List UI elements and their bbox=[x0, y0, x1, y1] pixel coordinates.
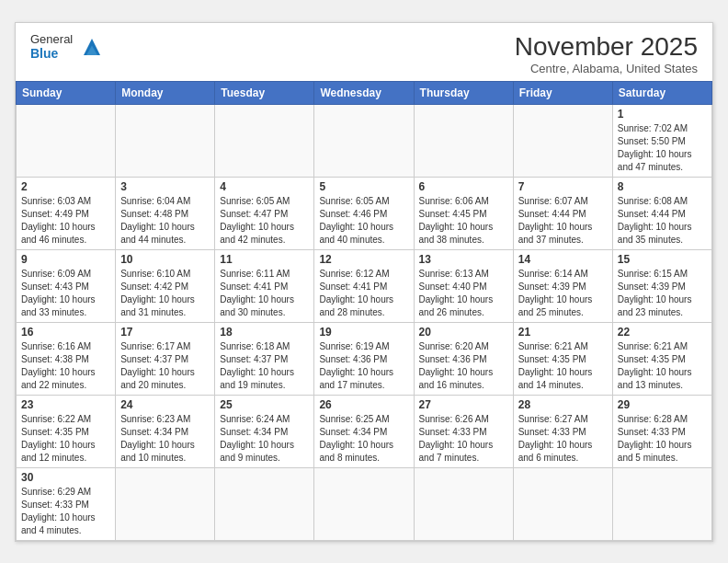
weekday-header-row: SundayMondayTuesdayWednesdayThursdayFrid… bbox=[17, 81, 712, 104]
day-cell bbox=[17, 104, 116, 177]
day-cell: 6Sunrise: 6:06 AMSunset: 4:45 PMDaylight… bbox=[414, 177, 513, 249]
day-cell: 22Sunrise: 6:21 AMSunset: 4:35 PMDayligh… bbox=[612, 322, 711, 395]
day-number: 14 bbox=[518, 253, 608, 266]
day-number: 3 bbox=[120, 180, 210, 193]
day-info: Sunrise: 6:05 AMSunset: 4:47 PMDaylight:… bbox=[220, 195, 309, 247]
day-number: 25 bbox=[220, 398, 309, 411]
day-cell: 13Sunrise: 6:13 AMSunset: 4:40 PMDayligh… bbox=[414, 249, 513, 322]
day-number: 5 bbox=[319, 180, 408, 193]
day-cell bbox=[513, 104, 612, 177]
day-info: Sunrise: 6:06 AMSunset: 4:45 PMDaylight:… bbox=[419, 195, 508, 247]
weekday-sunday: Sunday bbox=[17, 81, 116, 104]
day-cell bbox=[314, 467, 414, 540]
day-info: Sunrise: 7:02 AMSunset: 5:50 PMDaylight:… bbox=[618, 122, 707, 174]
day-cell bbox=[414, 467, 513, 540]
month-title: November 2025 bbox=[515, 32, 698, 62]
day-cell: 3Sunrise: 6:04 AMSunset: 4:48 PMDaylight… bbox=[116, 177, 215, 249]
day-cell: 12Sunrise: 6:12 AMSunset: 4:41 PMDayligh… bbox=[314, 249, 414, 322]
day-info: Sunrise: 6:26 AMSunset: 4:33 PMDaylight:… bbox=[419, 413, 508, 465]
day-info: Sunrise: 6:27 AMSunset: 4:33 PMDaylight:… bbox=[518, 413, 608, 465]
day-cell bbox=[116, 467, 215, 540]
day-info: Sunrise: 6:07 AMSunset: 4:44 PMDaylight:… bbox=[518, 195, 608, 247]
day-number: 19 bbox=[319, 326, 408, 339]
day-cell: 24Sunrise: 6:23 AMSunset: 4:34 PMDayligh… bbox=[116, 395, 215, 467]
week-row-3: 16Sunrise: 6:16 AMSunset: 4:38 PMDayligh… bbox=[17, 322, 712, 395]
day-cell: 8Sunrise: 6:08 AMSunset: 4:44 PMDaylight… bbox=[612, 177, 711, 249]
day-info: Sunrise: 6:10 AMSunset: 4:42 PMDaylight:… bbox=[120, 268, 210, 319]
day-number: 8 bbox=[618, 180, 707, 193]
day-number: 6 bbox=[419, 180, 508, 193]
day-info: Sunrise: 6:13 AMSunset: 4:40 PMDaylight:… bbox=[419, 268, 508, 319]
day-cell bbox=[414, 104, 513, 177]
day-cell bbox=[314, 104, 414, 177]
day-cell: 15Sunrise: 6:15 AMSunset: 4:39 PMDayligh… bbox=[612, 249, 711, 322]
calendar-container: General Blue November 2025 Centre, Alaba… bbox=[15, 22, 713, 542]
day-number: 9 bbox=[21, 253, 110, 266]
day-number: 24 bbox=[120, 398, 210, 411]
day-info: Sunrise: 6:19 AMSunset: 4:36 PMDaylight:… bbox=[319, 340, 408, 392]
day-cell: 7Sunrise: 6:07 AMSunset: 4:44 PMDaylight… bbox=[513, 177, 612, 249]
day-info: Sunrise: 6:23 AMSunset: 4:34 PMDaylight:… bbox=[120, 413, 210, 465]
day-cell: 30Sunrise: 6:29 AMSunset: 4:33 PMDayligh… bbox=[17, 467, 116, 540]
day-info: Sunrise: 6:03 AMSunset: 4:49 PMDaylight:… bbox=[21, 195, 110, 247]
day-cell bbox=[215, 104, 314, 177]
week-row-4: 23Sunrise: 6:22 AMSunset: 4:35 PMDayligh… bbox=[17, 395, 712, 467]
week-row-5: 30Sunrise: 6:29 AMSunset: 4:33 PMDayligh… bbox=[17, 467, 712, 540]
day-number: 30 bbox=[21, 471, 110, 484]
day-cell: 17Sunrise: 6:17 AMSunset: 4:37 PMDayligh… bbox=[116, 322, 215, 395]
day-cell: 10Sunrise: 6:10 AMSunset: 4:42 PMDayligh… bbox=[116, 249, 215, 322]
day-number: 18 bbox=[220, 326, 309, 339]
day-info: Sunrise: 6:04 AMSunset: 4:48 PMDaylight:… bbox=[120, 195, 210, 247]
day-info: Sunrise: 6:29 AMSunset: 4:33 PMDaylight:… bbox=[21, 486, 110, 537]
day-info: Sunrise: 6:14 AMSunset: 4:39 PMDaylight:… bbox=[518, 268, 608, 319]
week-row-1: 2Sunrise: 6:03 AMSunset: 4:49 PMDaylight… bbox=[17, 177, 712, 249]
day-info: Sunrise: 6:21 AMSunset: 4:35 PMDaylight:… bbox=[518, 340, 608, 392]
day-cell: 9Sunrise: 6:09 AMSunset: 4:43 PMDaylight… bbox=[17, 249, 116, 322]
day-cell: 4Sunrise: 6:05 AMSunset: 4:47 PMDaylight… bbox=[215, 177, 314, 249]
day-number: 22 bbox=[618, 326, 707, 339]
day-cell: 23Sunrise: 6:22 AMSunset: 4:35 PMDayligh… bbox=[17, 395, 116, 467]
day-cell bbox=[513, 467, 612, 540]
day-info: Sunrise: 6:05 AMSunset: 4:46 PMDaylight:… bbox=[319, 195, 408, 247]
day-info: Sunrise: 6:24 AMSunset: 4:34 PMDaylight:… bbox=[220, 413, 309, 465]
day-info: Sunrise: 6:18 AMSunset: 4:37 PMDaylight:… bbox=[220, 340, 309, 392]
logo-blue: Blue bbox=[30, 46, 73, 62]
day-number: 26 bbox=[319, 398, 408, 411]
day-cell bbox=[116, 104, 215, 177]
day-number: 7 bbox=[518, 180, 608, 193]
day-number: 10 bbox=[120, 253, 210, 266]
day-cell bbox=[215, 467, 314, 540]
day-info: Sunrise: 6:17 AMSunset: 4:37 PMDaylight:… bbox=[120, 340, 210, 392]
weekday-wednesday: Wednesday bbox=[314, 81, 414, 104]
day-cell: 26Sunrise: 6:25 AMSunset: 4:34 PMDayligh… bbox=[314, 395, 414, 467]
day-number: 15 bbox=[618, 253, 707, 266]
title-section: November 2025 Centre, Alabama, United St… bbox=[515, 32, 698, 75]
day-cell: 5Sunrise: 6:05 AMSunset: 4:46 PMDaylight… bbox=[314, 177, 414, 249]
week-row-2: 9Sunrise: 6:09 AMSunset: 4:43 PMDaylight… bbox=[17, 249, 712, 322]
day-cell: 18Sunrise: 6:18 AMSunset: 4:37 PMDayligh… bbox=[215, 322, 314, 395]
day-cell: 28Sunrise: 6:27 AMSunset: 4:33 PMDayligh… bbox=[513, 395, 612, 467]
day-info: Sunrise: 6:21 AMSunset: 4:35 PMDaylight:… bbox=[618, 340, 707, 392]
weekday-thursday: Thursday bbox=[414, 81, 513, 104]
day-info: Sunrise: 6:20 AMSunset: 4:36 PMDaylight:… bbox=[419, 340, 508, 392]
day-cell: 25Sunrise: 6:24 AMSunset: 4:34 PMDayligh… bbox=[215, 395, 314, 467]
day-cell: 1Sunrise: 7:02 AMSunset: 5:50 PMDaylight… bbox=[612, 104, 711, 177]
day-number: 13 bbox=[419, 253, 508, 266]
logo-icon bbox=[78, 33, 106, 61]
logo: General Blue bbox=[30, 32, 106, 62]
day-number: 16 bbox=[21, 326, 110, 339]
day-info: Sunrise: 6:25 AMSunset: 4:34 PMDaylight:… bbox=[319, 413, 408, 465]
day-cell: 29Sunrise: 6:28 AMSunset: 4:33 PMDayligh… bbox=[612, 395, 711, 467]
day-number: 29 bbox=[618, 398, 707, 411]
day-info: Sunrise: 6:08 AMSunset: 4:44 PMDaylight:… bbox=[618, 195, 707, 247]
day-number: 4 bbox=[220, 180, 309, 193]
calendar-grid: SundayMondayTuesdayWednesdayThursdayFrid… bbox=[16, 81, 712, 541]
day-cell: 16Sunrise: 6:16 AMSunset: 4:38 PMDayligh… bbox=[17, 322, 116, 395]
day-cell: 2Sunrise: 6:03 AMSunset: 4:49 PMDaylight… bbox=[17, 177, 116, 249]
day-cell: 11Sunrise: 6:11 AMSunset: 4:41 PMDayligh… bbox=[215, 249, 314, 322]
day-cell: 27Sunrise: 6:26 AMSunset: 4:33 PMDayligh… bbox=[414, 395, 513, 467]
day-number: 27 bbox=[419, 398, 508, 411]
day-info: Sunrise: 6:09 AMSunset: 4:43 PMDaylight:… bbox=[21, 268, 110, 319]
day-info: Sunrise: 6:16 AMSunset: 4:38 PMDaylight:… bbox=[21, 340, 110, 392]
week-row-0: 1Sunrise: 7:02 AMSunset: 5:50 PMDaylight… bbox=[17, 104, 712, 177]
